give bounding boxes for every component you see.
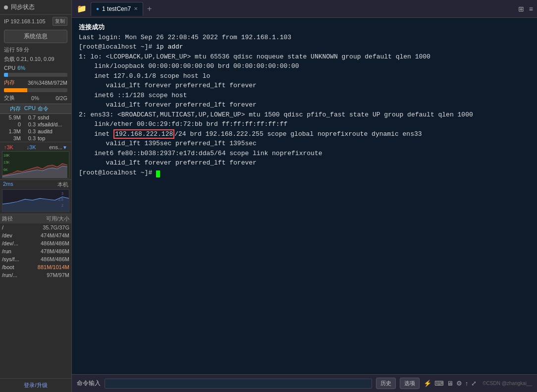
proc-cpu: 0.3 [21, 135, 36, 141]
disk-row: / 35.7G/37G [0, 224, 71, 231]
swap-size: 0/2G [55, 95, 67, 101]
keyboard-icon[interactable]: ⌨ [434, 380, 444, 387]
latency-value: 2ms [3, 181, 13, 188]
terminal-line: 2: ens33: <BROADCAST,MULTICAST,UP,LOWER_… [79, 110, 530, 120]
latency-section: 2ms 本机 3 2.5 2 [0, 179, 71, 214]
disk-size: 881M/1014M [32, 264, 69, 270]
disk-row: /dev 474M/474M [0, 231, 71, 239]
tab-testcen7[interactable]: ● 1 testCen7 ✕ [91, 2, 143, 16]
cpu-label: CPU [4, 65, 15, 71]
disk-table-header: 路径 可用/大小 [0, 214, 71, 224]
bottom-bar: 命令输入 历史 选项 ⚡ ⌨ 🖥 ⚙ ↑ ⤢ ©CSDN @zhangkai__ [72, 374, 537, 392]
ip-label: IP 192.168.1.105 [4, 18, 46, 24]
proc-header-cmd[interactable]: 命令 [36, 105, 69, 112]
terminal-line: inet 127.0.0.1/8 scope host lo [79, 71, 530, 81]
tab-close-button[interactable]: ✕ [134, 6, 138, 11]
uptime-row: 运行 59 分 [0, 45, 71, 55]
disk-size: 486M/486M [32, 240, 69, 246]
terminal-line-prompt: [root@localhost ~]# ip addr [79, 42, 530, 52]
svg-text:3: 3 [61, 192, 63, 195]
disk-row: /run/... 97M/97M [0, 271, 71, 279]
folder-icon[interactable]: 📁 [74, 4, 90, 13]
ip-row: IP 192.168.1.105 复制 [0, 15, 71, 28]
proc-mem: 1.3M [2, 128, 21, 134]
sidebar: 同步状态 IP 192.168.1.105 复制 系统信息 运行 59 分 负载… [0, 0, 72, 392]
net-iface-label: ens...▼ [49, 144, 67, 150]
process-table-header: 内存 CPU 命令 [0, 104, 71, 114]
proc-mem: 3M [2, 135, 21, 141]
connected-text: 连接成功 [79, 24, 105, 31]
terminal-line: 1: lo: <LCOPBACK,UP,LOWER_UP> mtu 65536 … [79, 52, 530, 62]
disk-path: /sys/f... [2, 256, 32, 262]
latency-chart-svg: 3 2.5 2 [2, 190, 69, 211]
network-section: ↑3K ↓3K ens...▼ 18K 13K 6K [0, 142, 71, 179]
proc-mem: 0 [2, 121, 21, 127]
load-row: 负载 0.21, 0.10, 0.09 [0, 55, 71, 64]
disk-path: /dev [2, 232, 32, 238]
process-row: 5.9M 0.7 sshd [0, 114, 71, 121]
sys-info-button[interactable]: 系统信息 [4, 30, 67, 43]
terminal-line-inet: inet 192.168.222.128/24 brd 192.168.222.… [79, 129, 530, 139]
disk-size: 474M/474M [32, 232, 69, 238]
terminal-line: valid_lft 1395sec preferred_lft 1395sec [79, 139, 530, 149]
terminal-line: inet6 fe80::b038:2937:e17d:dda5/64 scope… [79, 149, 530, 159]
lightning-icon[interactable]: ⚡ [424, 380, 431, 387]
terminal-line: valid_lft forever preferred_lft forever [79, 100, 530, 110]
cpu-progress-bar [4, 73, 67, 77]
svg-text:18K: 18K [3, 154, 10, 157]
disk-row: /sys/f... 486M/486M [0, 255, 71, 263]
cmd-input-field[interactable] [105, 379, 372, 389]
cpu-value: 6% [17, 65, 25, 71]
ip-highlight: 192.168.222.128 [113, 129, 174, 139]
swap-value: 0% [31, 95, 39, 101]
history-button[interactable]: 历史 [376, 378, 396, 389]
disk-row: /dev/... 486M/486M [0, 239, 71, 247]
proc-header-mem[interactable]: 内存 [2, 105, 21, 112]
terminal-line-connected: 连接成功 [79, 23, 530, 33]
gear-icon[interactable]: ⚙ [456, 380, 462, 387]
prompt-text: [root@localhost ~]# [79, 43, 152, 51]
copy-button[interactable]: 复制 [53, 17, 67, 26]
swap-label: 交换 [4, 94, 15, 102]
disk-size: 478M/486M [32, 248, 69, 254]
disk-path: /run/... [2, 272, 32, 278]
main-area: 📁 ● 1 testCen7 ✕ + ⊞ ≡ 连接成功 Last login: … [72, 0, 537, 392]
latency-chart: 3 2.5 2 [2, 189, 69, 212]
upload-icon[interactable]: ↑ [465, 380, 469, 387]
process-row: 0 0.3 xfsaild/d... [0, 121, 71, 128]
terminal-line: valid_lft forever preferred_lft forever [79, 81, 530, 91]
latency-host: 本机 [57, 181, 68, 188]
watermark-text: ©CSDN @zhangkai__ [483, 381, 532, 386]
network-header: ↑3K ↓3K ens...▼ [2, 144, 69, 150]
add-tab-button[interactable]: + [144, 4, 155, 13]
network-chart-svg: 18K 13K 6K [2, 152, 69, 178]
disk-row: /run 478M/486M [0, 247, 71, 255]
terminal-area[interactable]: 连接成功 Last login: Mon Sep 26 22:08:45 202… [72, 18, 537, 374]
cmd-text: ip addr [156, 43, 183, 51]
network-chart: 18K 13K 6K [2, 151, 69, 178]
uptime-label: 运行 59 分 [4, 46, 29, 54]
mem-value: 36%348M/972M [28, 80, 67, 86]
proc-name: xfsaild/d... [36, 121, 69, 127]
cpu-progress-fill [4, 73, 8, 77]
mem-label: 内存 [4, 79, 15, 86]
grid-view-icon[interactable]: ⊞ [516, 5, 526, 13]
load-label: 负载 0.21, 0.10, 0.09 [4, 56, 54, 63]
terminal-line: valid_lft forever preferred_lft forever [79, 158, 530, 168]
options-button[interactable]: 选项 [400, 378, 420, 389]
monitor-icon[interactable]: 🖥 [447, 380, 453, 387]
svg-text:6K: 6K [3, 168, 8, 171]
cursor [156, 170, 160, 177]
proc-cpu: 0.3 [21, 121, 36, 127]
proc-name: top [36, 135, 69, 141]
proc-cpu: 0.7 [21, 114, 36, 120]
disk-row: /boot 881M/1014M [0, 263, 71, 271]
list-view-icon[interactable]: ≡ [527, 5, 535, 13]
cpu-row: CPU 6% [0, 64, 71, 72]
disk-path: /boot [2, 264, 32, 270]
proc-header-cpu[interactable]: CPU [21, 105, 36, 112]
proc-cpu: 0.3 [21, 128, 36, 134]
expand-icon[interactable]: ⤢ [471, 380, 477, 387]
terminal-line: inet6 ::1/128 scope host [79, 91, 530, 101]
login-upgrade-button[interactable]: 登录/升级 [0, 378, 71, 392]
